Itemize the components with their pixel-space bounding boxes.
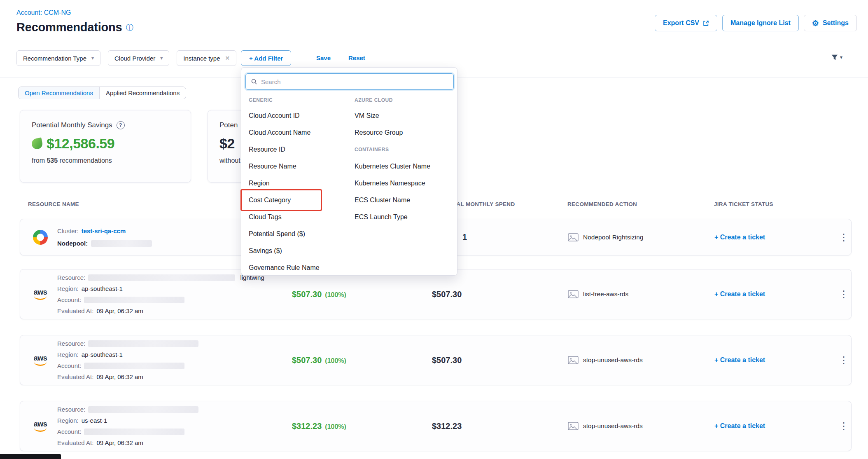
dropdown-item-region[interactable]: Region	[249, 175, 355, 192]
recommendation-row-3[interactable]: aws Resource: Region: ap-southeast-1 Acc…	[20, 335, 852, 385]
create-ticket-button[interactable]: + Create a ticket	[708, 356, 835, 364]
savings-from-prefix: from	[32, 157, 45, 164]
filter-chip-label: Instance type	[183, 55, 220, 62]
dropdown-item-kubernetes-cluster-name[interactable]: Kubernetes Cluster Name	[355, 158, 453, 175]
savings-from-suffix: recommendations	[60, 157, 112, 164]
section-heading-containers: CONTAINERS	[355, 141, 453, 158]
monthly-spend-cell: $312.23	[424, 422, 560, 431]
dropdown-item-vm-size[interactable]: VM Size	[355, 107, 453, 124]
aws-logo-text: aws	[34, 420, 47, 428]
evaluated-value: 09 Apr, 06:32 am	[96, 439, 143, 446]
filter-chip-label: Recommendation Type	[23, 55, 86, 62]
redacted-resource-value	[88, 274, 235, 281]
savings-amount: $12,586.59	[47, 136, 114, 152]
resource-label: Resource:	[57, 340, 85, 347]
redacted-account-value	[84, 429, 184, 435]
page-title: Recommendations	[16, 21, 122, 34]
filter-search[interactable]	[245, 73, 454, 90]
recommendation-action-icon	[568, 422, 579, 430]
tab-open-recommendations[interactable]: Open Recommendations	[19, 87, 99, 99]
recommendation-row-2[interactable]: aws Resource: lightwing Region: ap-south…	[20, 269, 852, 319]
aws-smile-icon	[34, 296, 47, 300]
filter-chips: Recommendation Type ▾ Cloud Provider ▾ I…	[16, 50, 236, 66]
aws-smile-icon	[34, 428, 47, 432]
export-csv-button[interactable]: Export CSV	[655, 15, 717, 31]
dropdown-item-ecs-launch-type[interactable]: ECS Launch Type	[355, 208, 453, 225]
dropdown-item-resource-group[interactable]: Resource Group	[355, 124, 453, 141]
create-ticket-button[interactable]: + Create a ticket	[708, 422, 835, 430]
recommendations-tabs: Open Recommendations Applied Recommendat…	[18, 87, 186, 99]
dropdown-item-cloud-account-name[interactable]: Cloud Account Name	[249, 124, 355, 141]
spend-card-title-fragment: Poten	[219, 121, 238, 129]
manage-ignore-list-label: Manage Ignore List	[730, 19, 791, 27]
row-menu-icon[interactable]: ⋮	[835, 232, 852, 242]
dropdown-item-kubernetes-namespace[interactable]: Kubernetes Namespace	[355, 175, 453, 192]
dropdown-item-ecs-cluster-name[interactable]: ECS Cluster Name	[355, 192, 453, 208]
remove-filter-icon[interactable]: ✕	[225, 55, 230, 61]
aws-logo: aws	[34, 288, 47, 300]
dropdown-item-savings[interactable]: Savings ($)	[249, 242, 355, 259]
savings-from-line: from 535 recommendations	[32, 157, 179, 164]
dropdown-item-cloud-tags[interactable]: Cloud Tags	[249, 208, 355, 225]
manage-ignore-list-button[interactable]: Manage Ignore List	[722, 15, 799, 31]
monthly-savings-cell: $507.30 (100%)	[284, 290, 424, 299]
filter-chip-recommendation-type[interactable]: Recommendation Type ▾	[16, 50, 100, 66]
gcp-cluster-icon	[33, 230, 48, 245]
filter-chip-cloud-provider[interactable]: Cloud Provider ▾	[108, 50, 169, 66]
dropdown-item-potential-spend[interactable]: Potential Spend ($)	[249, 225, 355, 242]
create-ticket-button[interactable]: + Create a ticket	[708, 234, 835, 241]
dropdown-item-resource-id[interactable]: Resource ID	[249, 141, 355, 158]
save-filter-link[interactable]: Save	[316, 54, 331, 61]
settings-label: Settings	[823, 19, 849, 27]
help-icon[interactable]: ?	[117, 121, 125, 129]
settings-button[interactable]: ⚙ Settings	[804, 15, 857, 31]
redacted-account-value	[84, 363, 184, 369]
info-icon[interactable]: ⓘ	[126, 24, 133, 31]
page-title-row: Recommendations ⓘ	[16, 21, 133, 34]
tab-applied-recommendations[interactable]: Applied Recommendations	[99, 87, 186, 99]
row-menu-icon[interactable]: ⋮	[835, 289, 852, 299]
filter-chip-instance-type[interactable]: Instance type ✕	[177, 50, 236, 66]
savings-leaf-icon	[31, 137, 44, 150]
region-label: Region:	[57, 285, 79, 292]
dropdown-item-resource-name[interactable]: Resource Name	[249, 158, 355, 175]
account-label: Account:	[57, 362, 81, 369]
recommendation-action-icon	[568, 356, 579, 364]
dropdown-item-cost-category[interactable]: Cost Category	[249, 192, 355, 208]
cluster-name-link[interactable]: test-sri-qa-ccm	[82, 227, 126, 234]
row-menu-icon[interactable]: ⋮	[835, 421, 852, 431]
chevron-down-icon: ▾	[91, 55, 94, 61]
recommendation-row-4[interactable]: aws Resource: Region: us-east-1 Account:	[20, 401, 852, 451]
recommended-action-cell: stop-unused-aws-rds	[560, 422, 708, 430]
potential-monthly-savings-card: Potential Monthly Savings ? $12,586.59 f…	[20, 110, 191, 183]
reset-filter-link[interactable]: Reset	[348, 54, 365, 61]
savings-percent: (100%)	[325, 291, 346, 299]
create-ticket-button[interactable]: + Create a ticket	[708, 290, 835, 298]
resource-label: Resource:	[57, 274, 85, 281]
monthly-spend-cell: $507.30	[424, 356, 560, 365]
col-header-recommended-action: RECOMMENDED ACTION	[559, 201, 707, 207]
action-label: stop-unused-aws-rds	[583, 422, 643, 430]
header-actions: Export CSV Manage Ignore List ⚙ Settings	[655, 15, 857, 31]
region-label: Region:	[57, 417, 79, 424]
add-filter-button[interactable]: + Add Filter	[241, 50, 291, 66]
filter-bar: Recommendation Type ▾ Cloud Provider ▾ I…	[0, 50, 868, 68]
export-csv-label: Export CSV	[663, 19, 699, 27]
dropdown-item-cloud-account-id[interactable]: Cloud Account ID	[249, 107, 355, 124]
bottom-left-overlay	[0, 454, 61, 459]
filter-panel-toggle[interactable]: ▾	[831, 54, 842, 61]
aws-logo-text: aws	[34, 288, 47, 296]
row-menu-icon[interactable]: ⋮	[835, 355, 852, 365]
cluster-label: Cluster:	[57, 227, 79, 234]
recommendations-page: Account: CCM-NG Recommendations ⓘ Export…	[0, 0, 868, 459]
savings-value: $312.23	[292, 422, 322, 431]
recommended-action-cell: list-free-aws-rds	[560, 290, 708, 298]
resource-cell: aws Resource: Region: us-east-1 Account:	[20, 404, 284, 448]
filter-search-input[interactable]	[261, 78, 448, 85]
account-breadcrumb[interactable]: Account: CCM-NG	[16, 9, 71, 16]
dropdown-item-governance-rule-name[interactable]: Governance Rule Name	[249, 259, 355, 276]
aws-logo: aws	[34, 420, 47, 432]
recommended-action-cell: Nodepool Rightsizing	[560, 233, 708, 241]
dropdown-column-generic: GENERIC Cloud Account ID Cloud Account N…	[249, 93, 355, 276]
savings-value: $507.30	[292, 290, 322, 299]
